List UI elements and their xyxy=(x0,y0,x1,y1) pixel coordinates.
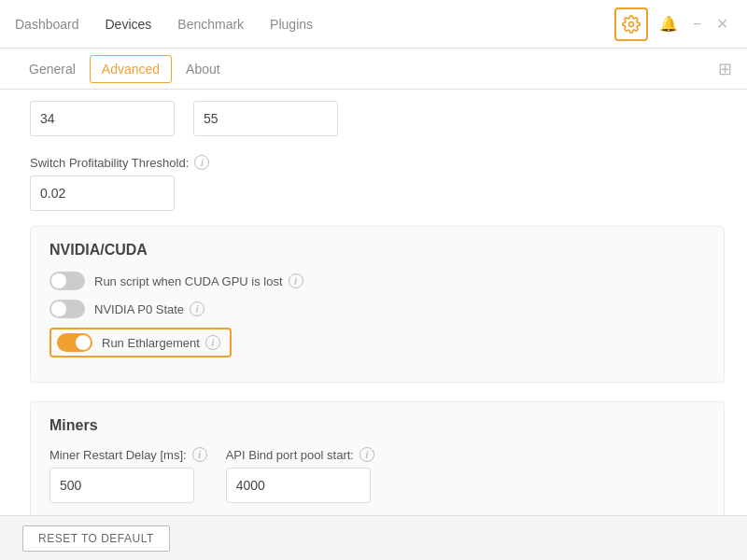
reset-button[interactable]: RESET TO DEFAULT xyxy=(22,525,170,552)
nav-items: Dashboard Devices Benchmark Plugins xyxy=(15,13,614,35)
toggle-row-p0-state: NVIDIA P0 State i xyxy=(49,300,705,318)
tab-general[interactable]: General xyxy=(15,51,90,87)
ethlargement-highlighted-container: Run Ethlargement i xyxy=(49,328,232,357)
switch-profitability-group: Switch Profitability Threshold: i xyxy=(30,155,725,211)
minimize-button[interactable]: − xyxy=(689,12,705,36)
p0-state-label: NVIDIA P0 State i xyxy=(94,301,204,316)
cuda-script-toggle-knob xyxy=(51,273,66,288)
nav-plugins[interactable]: Plugins xyxy=(270,13,313,35)
toggle-row-ethlargement: Run Ethlargement i xyxy=(49,328,705,357)
gear-icon xyxy=(622,15,641,34)
p0-state-info-icon[interactable]: i xyxy=(190,301,204,316)
cuda-section: NVIDIA/CUDA Run script when CUDA GPU is … xyxy=(30,226,725,383)
cuda-script-toggle[interactable] xyxy=(49,272,85,290)
miners-section: Miners Miner Restart Delay [ms]: i API B… xyxy=(30,401,725,515)
p0-state-toggle[interactable] xyxy=(49,300,85,318)
ethlargement-toggle[interactable] xyxy=(57,333,92,352)
nav-dashboard[interactable]: Dashboard xyxy=(15,13,79,35)
tab-advanced[interactable]: Advanced xyxy=(90,55,172,83)
content-area: Switch Profitability Threshold: i NVIDIA… xyxy=(0,90,747,515)
ethlargement-label: Run Ethlargement i xyxy=(102,335,220,350)
switch-profitability-label: Switch Profitability Threshold: i xyxy=(30,155,725,170)
value1-input[interactable] xyxy=(30,101,175,136)
layout-icon[interactable]: ⊞ xyxy=(718,59,732,79)
nav-benchmark[interactable]: Benchmark xyxy=(177,13,244,35)
miners-section-title: Miners xyxy=(49,417,705,434)
nav-devices[interactable]: Devices xyxy=(106,13,152,35)
api-bind-group: API Bind port pool start: i xyxy=(226,447,374,503)
top-nav: Dashboard Devices Benchmark Plugins 🔔 − … xyxy=(0,0,747,49)
api-bind-input[interactable] xyxy=(226,468,371,503)
ethlargement-info-icon[interactable]: i xyxy=(205,335,220,350)
p0-state-toggle-knob xyxy=(51,301,66,316)
miners-input-row: Miner Restart Delay [ms]: i API Bind por… xyxy=(49,447,705,515)
miner-restart-group: Miner Restart Delay [ms]: i xyxy=(49,447,207,503)
settings-button[interactable] xyxy=(614,7,648,41)
api-bind-info-icon[interactable]: i xyxy=(359,447,374,462)
miner-restart-input[interactable] xyxy=(49,468,194,503)
switch-profitability-info-icon[interactable]: i xyxy=(194,155,209,170)
cuda-script-info-icon[interactable]: i xyxy=(289,273,303,288)
bottom-bar: RESET TO DEFAULT xyxy=(0,515,747,560)
main-container: Switch Profitability Threshold: i NVIDIA… xyxy=(0,90,747,515)
cuda-section-title: NVIDIA/CUDA xyxy=(49,242,705,259)
close-button[interactable]: ✕ xyxy=(712,11,732,36)
cuda-script-label: Run script when CUDA GPU is lost i xyxy=(94,273,303,288)
nav-actions: 🔔 − ✕ xyxy=(614,7,732,41)
top-input-row xyxy=(30,101,725,136)
api-bind-label: API Bind port pool start: i xyxy=(226,447,374,462)
sub-nav: General Advanced About ⊞ xyxy=(0,49,747,90)
svg-point-0 xyxy=(628,21,633,26)
ethlargement-toggle-knob xyxy=(76,335,91,350)
content-inner: Switch Profitability Threshold: i NVIDIA… xyxy=(0,90,747,515)
switch-profitability-input[interactable] xyxy=(30,175,175,211)
miner-restart-info-icon[interactable]: i xyxy=(192,447,207,462)
value2-input[interactable] xyxy=(193,101,338,136)
toggle-row-cuda-script: Run script when CUDA GPU is lost i xyxy=(49,272,705,290)
tab-about[interactable]: About xyxy=(172,51,234,87)
miner-restart-label: Miner Restart Delay [ms]: i xyxy=(49,447,207,462)
bell-icon[interactable]: 🔔 xyxy=(655,11,682,36)
